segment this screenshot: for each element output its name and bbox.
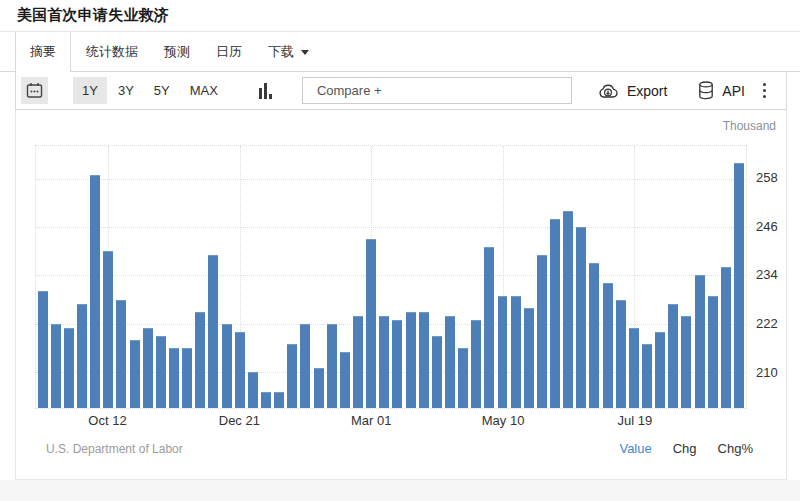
- bar-10[interactable]: [169, 348, 179, 408]
- bar-49[interactable]: [681, 316, 691, 408]
- bar-32[interactable]: [458, 348, 468, 408]
- bar-20[interactable]: [300, 324, 310, 408]
- bar-slot: [430, 146, 443, 408]
- compare-input[interactable]: [302, 77, 572, 104]
- bar-slot: [299, 146, 312, 408]
- bar-26[interactable]: [379, 316, 389, 408]
- bar-22[interactable]: [327, 324, 337, 408]
- range-button-1y[interactable]: 1Y: [73, 77, 107, 104]
- bar-slot: [102, 146, 115, 408]
- range-button-5y[interactable]: 5Y: [145, 77, 179, 104]
- bar-36[interactable]: [511, 296, 521, 409]
- tab-3[interactable]: 日历: [203, 32, 255, 72]
- bar-slot: [496, 146, 509, 408]
- bar-slot: [259, 146, 272, 408]
- tab-label: 摘要: [30, 43, 56, 61]
- bar-slot: [640, 146, 653, 408]
- bar-48[interactable]: [668, 304, 678, 408]
- bar-34[interactable]: [484, 247, 494, 408]
- footer-link-chgpct[interactable]: Chg%: [718, 441, 753, 456]
- bar-44[interactable]: [616, 300, 626, 408]
- bar-9[interactable]: [156, 336, 166, 408]
- range-button-max[interactable]: MAX: [181, 77, 227, 104]
- bar-15[interactable]: [235, 332, 245, 408]
- bar-35[interactable]: [498, 296, 508, 409]
- bar-16[interactable]: [248, 372, 258, 408]
- bar-13[interactable]: [208, 255, 218, 408]
- bar-51[interactable]: [708, 296, 718, 409]
- bar-1[interactable]: [51, 324, 61, 408]
- x-tick-label: Jul 19: [600, 413, 670, 428]
- source-label: U.S. Department of Labor: [46, 442, 183, 456]
- bar-slot: [312, 146, 325, 408]
- bar-21[interactable]: [314, 368, 324, 408]
- calendar-button[interactable]: [21, 77, 48, 104]
- bar-23[interactable]: [340, 352, 350, 408]
- bar-47[interactable]: [655, 332, 665, 408]
- kebab-dot: [763, 95, 766, 98]
- bar-slot: [693, 146, 706, 408]
- y-tick-label: 234: [756, 267, 796, 282]
- tab-label: 下载: [268, 43, 294, 61]
- bar-28[interactable]: [406, 312, 416, 408]
- bar-slot: [49, 146, 62, 408]
- bar-5[interactable]: [103, 251, 113, 408]
- bar-42[interactable]: [589, 263, 599, 408]
- bar-27[interactable]: [392, 320, 402, 408]
- bar-29[interactable]: [419, 312, 429, 408]
- export-button[interactable]: Export: [597, 83, 667, 99]
- more-options-button[interactable]: [759, 79, 770, 102]
- bar-11[interactable]: [182, 348, 192, 408]
- chart-type-button[interactable]: [259, 83, 272, 99]
- range-button-3y[interactable]: 3Y: [109, 77, 143, 104]
- tab-1[interactable]: 统计数据: [73, 32, 151, 72]
- bar-24[interactable]: [353, 316, 363, 408]
- bar-40[interactable]: [563, 211, 573, 408]
- bar-52[interactable]: [721, 267, 731, 408]
- chart-toolbar: 1Y3Y5YMAX Export: [15, 72, 787, 110]
- bar-25[interactable]: [366, 239, 376, 408]
- bar-0[interactable]: [38, 291, 48, 408]
- tab-4[interactable]: 下载: [255, 32, 322, 72]
- bar-8[interactable]: [143, 328, 153, 408]
- bar-38[interactable]: [537, 255, 547, 408]
- footer-link-value[interactable]: Value: [619, 441, 651, 456]
- bar-50[interactable]: [695, 275, 705, 408]
- y-tick-label: 210: [756, 365, 796, 380]
- bar-39[interactable]: [550, 219, 560, 408]
- tab-2[interactable]: 预测: [151, 32, 203, 72]
- bar-30[interactable]: [432, 336, 442, 408]
- bar-2[interactable]: [64, 328, 74, 408]
- bar-41[interactable]: [576, 227, 586, 408]
- tab-label: 预测: [164, 43, 190, 61]
- api-button[interactable]: API: [698, 81, 745, 100]
- bar-53[interactable]: [734, 163, 744, 408]
- bar-3[interactable]: [77, 304, 87, 408]
- bar-7[interactable]: [130, 340, 140, 408]
- footer-link-chg[interactable]: Chg: [673, 441, 697, 456]
- range-selector: 1Y3Y5YMAX: [73, 77, 227, 104]
- bar-slot: [562, 146, 575, 408]
- bar-slot: [207, 146, 220, 408]
- bar-43[interactable]: [603, 283, 613, 408]
- bar-12[interactable]: [195, 312, 205, 408]
- bar-14[interactable]: [222, 324, 232, 408]
- bar-17[interactable]: [261, 392, 271, 408]
- bar-31[interactable]: [445, 316, 455, 408]
- bar-slot: [654, 146, 667, 408]
- bars-layer: [36, 146, 746, 408]
- bar-37[interactable]: [524, 308, 534, 408]
- bar-46[interactable]: [642, 344, 652, 408]
- x-tick-label: Mar 01: [336, 413, 406, 428]
- bar-4[interactable]: [90, 175, 100, 408]
- bar-19[interactable]: [287, 344, 297, 408]
- tab-0[interactable]: 摘要: [15, 32, 71, 72]
- bar-18[interactable]: [274, 392, 284, 408]
- bar-slot: [141, 146, 154, 408]
- bar-45[interactable]: [629, 328, 639, 408]
- bar-slot: [732, 146, 745, 408]
- kebab-dot: [763, 83, 766, 86]
- bar-33[interactable]: [471, 320, 481, 408]
- bar-slot: [181, 146, 194, 408]
- bar-6[interactable]: [116, 300, 126, 408]
